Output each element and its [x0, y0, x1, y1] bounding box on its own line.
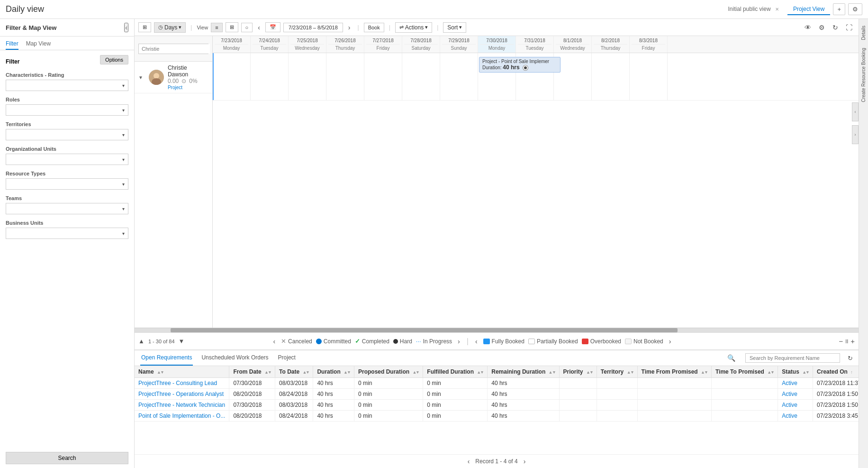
date-range-button[interactable]: 7/23/2018 – 8/5/2018 — [283, 23, 343, 32]
globe-view-button[interactable]: ○ — [241, 23, 253, 32]
tab-initial-public-view[interactable]: Initial public view ✕ — [723, 4, 785, 15]
status-badge-0[interactable]: Active — [782, 380, 797, 386]
bottom-tab-open-requirements[interactable]: Open Requirements — [140, 350, 193, 366]
filter-teams: Teams — [6, 195, 128, 214]
filter-options-button[interactable]: Options — [100, 55, 128, 64]
gantt-right-collapse-2[interactable]: › — [852, 125, 859, 144]
legend-separator: | — [467, 337, 469, 346]
committed-icon — [316, 339, 322, 344]
zoom-controls: − ⏸ + — [839, 337, 855, 345]
col-duration-sort-icon: ▲▾ — [344, 370, 350, 375]
side-panel-details[interactable]: Details — [860, 23, 867, 43]
legend-prev-button[interactable]: ‹ — [271, 337, 277, 346]
sidebar-tab-filter[interactable]: Filter — [6, 38, 18, 50]
cell-created-on-1: 07/23/2018 1:50 PM — [813, 389, 859, 400]
gantt-cell-2 — [289, 53, 326, 100]
row-name-link-0[interactable]: ProjectThree - Consulting Lead — [138, 380, 217, 386]
add-view-button[interactable]: + — [833, 3, 845, 15]
cal-col-8: 7/31/2018 Tuesday — [516, 36, 554, 53]
sidebar-collapse-button[interactable]: ‹ — [124, 23, 128, 32]
gantt-refresh-button[interactable]: ↻ — [830, 22, 841, 33]
col-territory-sort-icon: ▲▾ — [627, 370, 633, 375]
prev-date-button[interactable]: ‹ — [255, 22, 262, 33]
table-prev-button[interactable]: ‹ — [466, 457, 472, 466]
col-duration[interactable]: Duration ▲▾ — [313, 366, 354, 378]
gantt-settings-button[interactable]: ⚙ — [816, 22, 827, 33]
paging-up-button[interactable]: ▲ — [138, 338, 145, 345]
bottom-tab-project[interactable]: Project — [277, 350, 297, 366]
sidebar: Filter & Map View ‹ Filter Map View Filt… — [0, 19, 135, 468]
book-button[interactable]: Book — [364, 23, 384, 32]
status-badge-2[interactable]: Active — [782, 402, 797, 408]
days-button[interactable]: ◷ Days ▾ — [154, 22, 186, 33]
sidebar-tab-map-view[interactable]: Map View — [26, 38, 51, 50]
table-next-button[interactable]: › — [522, 457, 528, 466]
tab-project-view[interactable]: Project View — [787, 4, 830, 15]
status-badge-1[interactable]: Active — [782, 391, 797, 397]
col-proposed-duration[interactable]: Proposed Duration ▲▾ — [354, 366, 423, 378]
cell-duration-1: 40 hrs — [313, 389, 354, 400]
gantt-hscroll[interactable] — [135, 328, 859, 332]
resource-list: 🔍 ▼ — [135, 36, 213, 328]
settings-button[interactable]: ⚙ — [848, 3, 862, 15]
col-territory[interactable]: Territory ▲▾ — [597, 366, 637, 378]
col-time-to-promised[interactable]: Time To Promised ▲▾ — [711, 366, 778, 378]
top-header: Daily view Initial public view ✕ Project… — [0, 0, 868, 19]
tab-close-icon[interactable]: ✕ — [775, 7, 779, 12]
paging-down-button[interactable]: ▼ — [179, 338, 185, 345]
bottom-refresh-button[interactable]: ↻ — [848, 355, 853, 362]
cell-proposed-duration-2: 0 min — [354, 400, 423, 411]
col-remaining-duration[interactable]: Remaining Duration ▲▾ — [488, 366, 559, 378]
status-badge-3[interactable]: Active — [782, 413, 797, 419]
col-to-date[interactable]: To Date ▲▾ — [275, 366, 313, 378]
side-panel-create[interactable]: Create Resource Booking — [860, 45, 867, 105]
row-name-link-1[interactable]: ProjectThree - Operations Analyst — [138, 391, 224, 397]
col-created-on[interactable]: Created On ↑ — [813, 366, 859, 378]
gantt-cell-4 — [364, 53, 402, 100]
calendar-button[interactable]: 📅 — [265, 22, 280, 32]
zoom-in-button[interactable]: + — [850, 337, 855, 345]
bottom-search-input[interactable] — [745, 353, 840, 363]
partially-booked-icon — [528, 339, 535, 344]
filter-select-roles[interactable] — [6, 104, 128, 116]
bottom-search-icon-button[interactable]: 🔍 — [725, 353, 738, 363]
table-config-button[interactable]: ⊞ — [138, 22, 151, 32]
gantt-expand-button[interactable]: ⛶ — [843, 22, 855, 33]
legend-not-booked: Not Booked — [625, 338, 663, 345]
filter-select-teams[interactable] — [6, 203, 128, 214]
filter-label-resource-types: Resource Types — [6, 171, 128, 176]
col-from-date[interactable]: From Date ▲▾ — [229, 366, 275, 378]
search-button[interactable]: Search — [6, 452, 128, 464]
col-fulfilled-duration[interactable]: Fulfilled Duration ▲▾ — [423, 366, 488, 378]
gantt-cell-3 — [326, 53, 364, 100]
row-name-link-2[interactable]: ProjectThree - Network Technician — [138, 402, 225, 408]
zoom-out-button[interactable]: − — [839, 337, 843, 345]
resource-expand-icon[interactable]: ▼ — [138, 75, 143, 80]
col-name[interactable]: Name ▲▾ — [135, 366, 229, 378]
legend-committed: Committed — [316, 338, 351, 345]
booking-next-button[interactable]: › — [667, 337, 673, 346]
booking-prev-button[interactable]: ‹ — [473, 337, 479, 346]
list-view-button[interactable]: ≡ — [211, 23, 222, 32]
cell-priority-1 — [559, 389, 597, 400]
row-name-link-3[interactable]: Point of Sale Implementation - O... — [138, 413, 225, 419]
gantt-right-collapse-1[interactable]: ‹ — [852, 102, 859, 121]
grid-view-button[interactable]: ⊞ — [226, 22, 238, 32]
bottom-tab-unscheduled[interactable]: Unscheduled Work Orders — [200, 350, 269, 366]
legend-next-button[interactable]: › — [456, 337, 462, 346]
cell-status-0: Active — [778, 378, 813, 389]
sort-button[interactable]: Sort ▾ — [443, 22, 466, 33]
filter-select-org-units[interactable] — [6, 154, 128, 165]
resource-search-input[interactable] — [139, 44, 210, 54]
filter-select-characteristics[interactable] — [6, 80, 128, 91]
filter-select-business-units[interactable] — [6, 228, 128, 239]
col-time-from-promised[interactable]: Time From Promised ▲▾ — [637, 366, 711, 378]
actions-button[interactable]: ⇌ Actions ▾ — [395, 22, 432, 33]
filter-select-territories[interactable] — [6, 129, 128, 140]
task-bar[interactable]: Project - Point of Sale Implemer Duratio… — [479, 57, 561, 73]
filter-select-resource-types[interactable] — [6, 178, 128, 190]
col-priority[interactable]: Priority ▲▾ — [559, 366, 597, 378]
col-status[interactable]: Status ▲▾ — [778, 366, 813, 378]
visibility-button[interactable]: 👁 — [802, 22, 814, 33]
next-date-button[interactable]: › — [346, 22, 353, 33]
